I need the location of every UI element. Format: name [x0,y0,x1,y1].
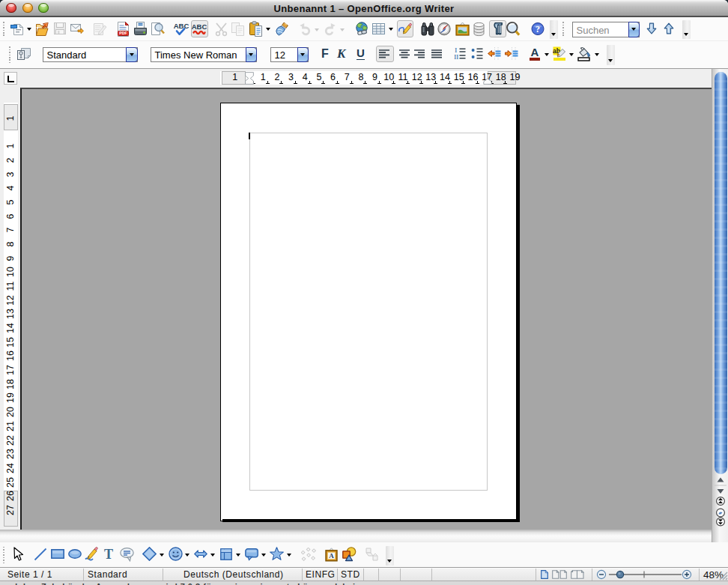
svg-text:ABC: ABC [174,22,189,30]
svg-text:PDF: PDF [119,31,127,35]
svg-text:ABC: ABC [192,22,207,31]
svg-text:A: A [329,552,334,560]
svg-text:A: A [531,46,539,58]
svg-text:II: II [454,54,458,60]
svg-text:I: I [455,47,457,54]
svg-text:?: ? [536,24,540,34]
